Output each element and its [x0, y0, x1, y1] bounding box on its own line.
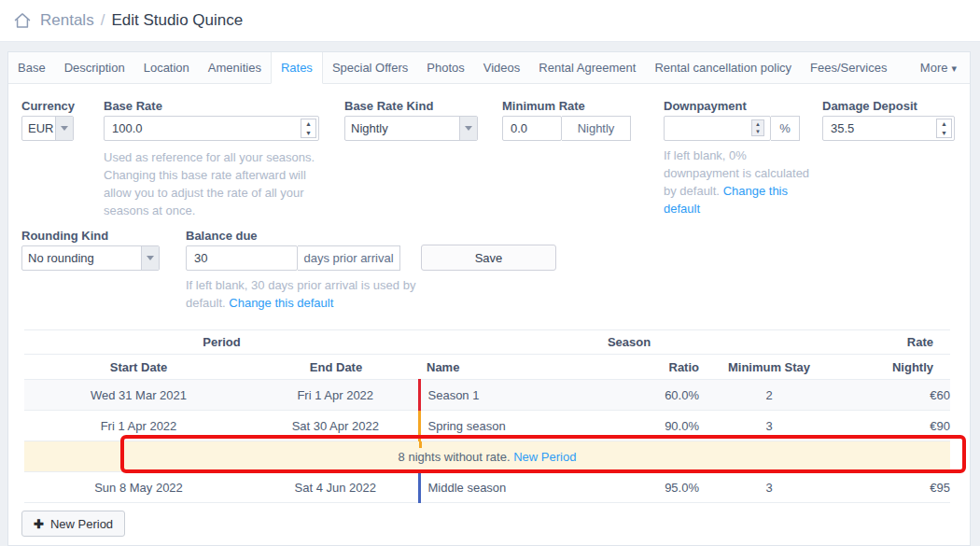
cell-end-date: Sat 30 Apr 2022: [253, 411, 419, 441]
currency-label: Currency: [21, 99, 75, 113]
damage-deposit-stepper[interactable]: ▲▼: [936, 119, 952, 138]
base-rate-input[interactable]: [104, 116, 319, 141]
group-header-rate: Rate: [839, 330, 950, 355]
table-row[interactable]: Wed 31 Mar 2021 Fri 1 Apr 2022 Season 1 …: [24, 380, 950, 411]
tab-photos[interactable]: Photos: [417, 52, 473, 84]
breadcrumb-rentals[interactable]: Rentals: [40, 11, 94, 30]
balance-due-input[interactable]: [186, 245, 298, 271]
col-header-name: Name: [419, 355, 617, 380]
tab-rental-cancellation-policy[interactable]: Rental cancellation policy: [645, 52, 801, 84]
plus-icon: ✚: [34, 517, 44, 531]
tab-videos[interactable]: Videos: [474, 52, 530, 84]
tab-special-offers[interactable]: Special Offers: [323, 52, 417, 84]
tab-rates[interactable]: Rates: [271, 52, 323, 84]
balance-due-change-default-link[interactable]: Change this default: [229, 296, 333, 310]
tab-amenities[interactable]: Amenities: [199, 52, 271, 84]
gap-new-period-link[interactable]: New Period: [513, 450, 576, 464]
table-group-header-row: Period Season Rate: [24, 330, 950, 355]
base-rate-kind-value: Nightly: [345, 117, 459, 140]
col-header-minimum-stay: Minimum Stay: [699, 355, 839, 380]
minimum-rate-input[interactable]: [502, 116, 562, 141]
cell-ratio: 60.0%: [617, 380, 699, 411]
save-button[interactable]: Save: [421, 245, 556, 271]
breadcrumb-separator: /: [101, 11, 105, 30]
tab-more-label: More: [920, 61, 948, 75]
downpayment-stepper[interactable]: ▲▼: [751, 119, 764, 136]
col-header-start-date: Start Date: [24, 355, 253, 380]
new-period-button[interactable]: ✚ New Period: [21, 511, 125, 537]
currency-value: EUR €: [22, 117, 55, 140]
cell-start-date: Fri 1 Apr 2022: [24, 411, 253, 441]
damage-deposit-label: Damage Deposit: [822, 99, 917, 113]
cell-ratio: 90.0%: [617, 411, 699, 441]
gap-row: 8 nights without rate. New Period: [24, 441, 950, 472]
season-color-stub: [419, 441, 422, 448]
cell-end-date: Sat 4 Jun 2022: [253, 472, 419, 503]
col-header-end-date: End Date: [253, 355, 419, 380]
col-header-nightly: Nightly: [839, 355, 950, 380]
cell-end-date: Fri 1 Apr 2022: [253, 380, 419, 411]
group-header-period: Period: [24, 330, 419, 355]
balance-due-addon: days prior arrival: [298, 245, 400, 271]
cell-start-date: Sun 8 May 2022: [24, 472, 253, 503]
balance-due-help: If left blank, 30 days prior arrival is …: [186, 276, 423, 312]
tab-bar: Base Description Location Amenities Rate…: [8, 52, 970, 84]
tab-location[interactable]: Location: [134, 52, 199, 84]
tab-bar-filler: [896, 52, 906, 84]
chevron-down-icon: [55, 117, 73, 140]
col-header-ratio: Ratio: [617, 355, 699, 380]
downpayment-label: Downpayment: [664, 99, 747, 113]
cell-nightly-rate: €95: [839, 472, 950, 503]
cell-minimum-stay: 2: [699, 380, 839, 411]
cell-minimum-stay: 3: [699, 411, 839, 441]
minimum-rate-label: Minimum Rate: [502, 99, 585, 113]
rounding-kind-label: Rounding Kind: [21, 229, 108, 243]
chevron-down-icon: ▾: [951, 63, 957, 74]
currency-select[interactable]: EUR €: [21, 116, 74, 141]
base-rate-kind-label: Base Rate Kind: [344, 99, 433, 113]
minimum-rate-addon: Nightly: [562, 116, 631, 141]
downpayment-percent-addon: %: [771, 116, 800, 141]
base-rate-help: Used as reference for all your seasons. …: [104, 148, 335, 219]
balance-due-label: Balance due: [186, 229, 258, 243]
rental-edit-card: Base Description Location Amenities Rate…: [7, 51, 971, 546]
cell-season-name: Season 1: [419, 380, 617, 411]
cell-season-name: Middle season: [419, 472, 617, 503]
breadcrumb: Rentals / Edit Studio Quince: [0, 0, 980, 42]
cell-nightly-rate: €60: [839, 380, 950, 411]
tab-fees-services[interactable]: Fees/Services: [801, 52, 896, 84]
base-rate-stepper[interactable]: ▲▼: [301, 119, 316, 138]
downpayment-help: If left blank, 0% downpayment is calcula…: [664, 147, 811, 217]
cell-season-name: Spring season: [419, 411, 617, 441]
chevron-down-icon: [141, 246, 159, 270]
page-title: Edit Studio Quince: [111, 11, 243, 30]
seasons-table: Period Season Rate Start Date End Date N…: [24, 329, 950, 503]
base-rate-kind-select[interactable]: Nightly: [344, 116, 478, 141]
damage-deposit-input[interactable]: [822, 116, 955, 141]
tab-rental-agreement[interactable]: Rental Agreement: [529, 52, 645, 84]
tab-more-dropdown[interactable]: More▾: [907, 52, 970, 84]
group-header-season: Season: [419, 330, 839, 355]
table-row[interactable]: Fri 1 Apr 2022 Sat 30 Apr 2022 Spring se…: [24, 411, 950, 441]
new-period-button-label: New Period: [50, 517, 113, 531]
cell-minimum-stay: 3: [699, 472, 839, 503]
cell-nightly-rate: €90: [839, 411, 950, 441]
rounding-kind-value: No rounding: [22, 246, 141, 270]
rounding-kind-select[interactable]: No rounding: [21, 245, 160, 271]
table-row[interactable]: Sun 8 May 2022 Sat 4 Jun 2022 Middle sea…: [24, 472, 950, 503]
chevron-down-icon: [459, 117, 477, 140]
base-rate-label: Base Rate: [104, 99, 162, 113]
tab-description[interactable]: Description: [55, 52, 134, 84]
tab-base[interactable]: Base: [8, 52, 55, 84]
home-icon[interactable]: [13, 11, 32, 30]
cell-ratio: 95.0%: [617, 472, 699, 503]
table-column-header-row: Start Date End Date Name Ratio Minimum S…: [24, 355, 950, 380]
gap-row-message: 8 nights without rate.: [399, 450, 511, 464]
cell-start-date: Wed 31 Mar 2021: [24, 380, 253, 411]
